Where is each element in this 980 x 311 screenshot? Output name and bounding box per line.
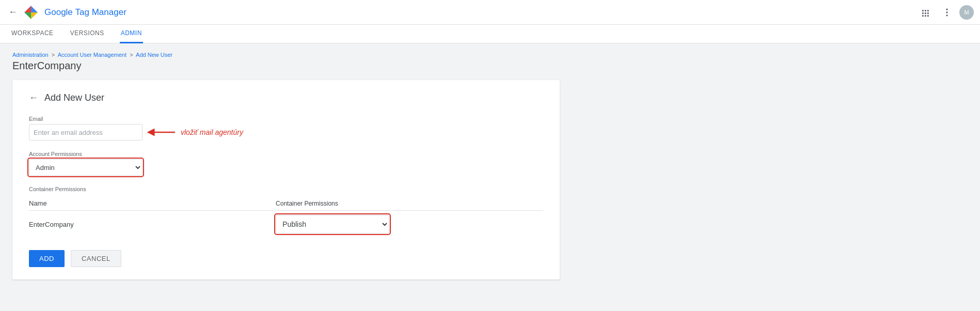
table-row: EnterCompany No Access View Edit Approve… bbox=[29, 211, 543, 238]
svg-point-8 bbox=[946, 11, 947, 13]
col-name: Name bbox=[29, 196, 276, 211]
top-bar: ← Google Tag Manager M bbox=[0, 0, 980, 25]
red-arrow-icon bbox=[147, 127, 178, 138]
container-name-cell: EnterCompany bbox=[29, 211, 276, 238]
add-new-user-card: ← Add New User Email bbox=[12, 80, 560, 279]
nav-workspace[interactable]: WORKSPACE bbox=[10, 25, 55, 43]
email-form-group: Email vložiť mail agentúry bbox=[29, 116, 543, 141]
page-content: Administration > Account User Management… bbox=[0, 43, 980, 288]
add-button[interactable]: ADD bbox=[29, 250, 65, 267]
more-options-button[interactable] bbox=[939, 4, 955, 21]
app-title: Google Tag Manager bbox=[44, 7, 127, 18]
action-buttons: ADD CANCEL bbox=[29, 250, 543, 267]
gtm-logo bbox=[24, 5, 41, 20]
email-input[interactable] bbox=[29, 124, 143, 141]
secondary-nav: WORKSPACE VERSIONS ADMIN bbox=[0, 25, 980, 43]
annotation-text: vložiť mail agentúry bbox=[181, 128, 243, 136]
cancel-button[interactable]: CANCEL bbox=[71, 250, 121, 267]
container-permissions-section-label: Container Permissions bbox=[29, 186, 543, 192]
breadcrumb-add-new-user: Add New User bbox=[136, 52, 172, 58]
account-permissions-group: Account Permissions User Admin bbox=[29, 151, 543, 176]
svg-marker-3 bbox=[31, 6, 38, 12]
svg-marker-6 bbox=[31, 12, 38, 19]
svg-marker-4 bbox=[24, 12, 31, 19]
breadcrumb-user-management[interactable]: Account User Management bbox=[58, 52, 127, 58]
container-perm-cell: No Access View Edit Approve Publish bbox=[276, 211, 543, 238]
email-label: Email bbox=[29, 116, 543, 122]
email-row: vložiť mail agentúry bbox=[29, 124, 543, 141]
container-select-wrap: No Access View Edit Approve Publish bbox=[276, 215, 543, 234]
global-back-arrow[interactable]: ← bbox=[6, 5, 20, 20]
page-title: EnterCompany bbox=[12, 60, 968, 72]
top-bar-left: ← Google Tag Manager bbox=[6, 5, 918, 20]
col-permissions: Container Permissions bbox=[276, 196, 543, 211]
svg-point-7 bbox=[946, 8, 947, 10]
nav-versions[interactable]: VERSIONS bbox=[69, 25, 105, 43]
nav-admin[interactable]: ADMIN bbox=[120, 25, 143, 43]
breadcrumb: Administration > Account User Management… bbox=[12, 52, 968, 58]
breadcrumb-administration[interactable]: Administration bbox=[12, 52, 49, 58]
grid-icon-button[interactable] bbox=[918, 4, 935, 21]
top-bar-right: M bbox=[918, 4, 974, 21]
account-permissions-label: Account Permissions bbox=[29, 151, 543, 157]
avatar[interactable]: M bbox=[959, 5, 974, 20]
container-table: Name Container Permissions EnterCompany … bbox=[29, 196, 543, 238]
card-back-arrow[interactable]: ← bbox=[29, 92, 38, 103]
svg-point-9 bbox=[946, 14, 947, 16]
container-permissions-group: Container Permissions Name Container Per… bbox=[29, 186, 543, 238]
card-header: ← Add New User bbox=[29, 92, 543, 103]
svg-marker-5 bbox=[24, 6, 31, 12]
card-title: Add New User bbox=[44, 92, 104, 103]
container-permission-select[interactable]: No Access View Edit Approve Publish bbox=[276, 215, 389, 234]
account-permissions-select[interactable]: User Admin bbox=[29, 159, 143, 176]
gtm-diamond-icon bbox=[24, 5, 38, 20]
arrow-annotation: vložiť mail agentúry bbox=[147, 127, 243, 138]
